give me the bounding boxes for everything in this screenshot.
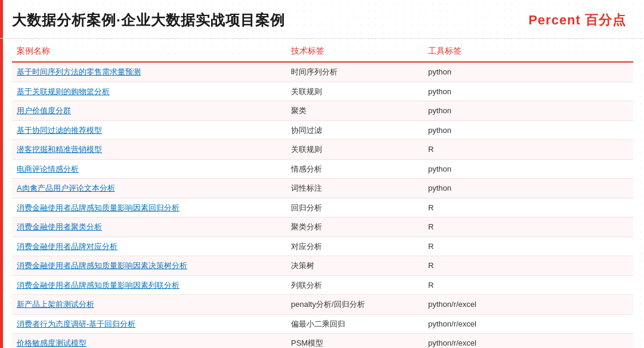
extra-cell	[543, 334, 633, 348]
extra-cell	[543, 82, 633, 101]
table-row: 消费金融使用者品牌对应分析对应分析R	[12, 237, 633, 257]
tech-tag-cell: PSM模型	[286, 334, 423, 348]
tech-tag-cell: 词性标注	[286, 179, 423, 198]
tech-tag-cell: 情感分析	[286, 160, 423, 179]
table-row: 潜客挖掘和精准营销模型关联规则R	[12, 140, 633, 160]
table-row: 消费金融使用者品牌感知质量影响因素列联分析列联分析R	[12, 276, 633, 296]
table-row: A肉禽产品用户评论文本分析词性标注python	[12, 179, 633, 198]
tech-tag-cell: 对应分析	[286, 237, 423, 256]
case-name-cell[interactable]: 潜客挖掘和精准营销模型	[12, 140, 286, 159]
table-row: 价格敏感度测试模型PSM模型python/r/excel	[12, 334, 633, 348]
tech-tag-cell: 列联分析	[286, 276, 423, 295]
page-header: 大数据分析案例·企业大数据实战项目案例 Percent 百分点	[0, 0, 644, 39]
extra-cell	[543, 63, 633, 82]
table-row: 基于协同过滤的推荐模型协同过滤python	[12, 121, 633, 141]
extra-cell	[543, 198, 633, 218]
tool-tag-cell: R	[423, 140, 543, 159]
tech-tag-cell: 关联规则	[286, 140, 423, 159]
table-header: 案例名称 技术标签 工具标签	[12, 39, 633, 63]
tool-tag-cell: python	[423, 82, 543, 101]
table-row: 基于关联规则的购物篮分析关联规则python	[12, 82, 633, 102]
tech-tag-cell: 关联规则	[286, 82, 423, 101]
tech-tag-cell: 协同过滤	[286, 121, 423, 140]
case-name-cell[interactable]: 消费金融使用者品牌感知质量影响因素回归分析	[12, 198, 286, 218]
main-table: 案例名称 技术标签 工具标签 基于时间序列方法的零售需求量预测时间序列分析pyt…	[0, 39, 644, 348]
tech-tag-cell: 偏最小二乘回归	[286, 315, 423, 334]
tool-tag-cell: python/r/excel	[423, 295, 543, 314]
table-row: 消费金融使用者品牌感知质量影响因素回归分析回归分析R	[12, 198, 633, 218]
case-name-cell[interactable]: 基于协同过滤的推荐模型	[12, 121, 286, 140]
extra-cell	[543, 256, 633, 275]
tool-tag-cell: python/r/excel	[423, 334, 543, 348]
tool-tag-cell: python	[423, 179, 543, 198]
case-name-cell[interactable]: 基于关联规则的购物篮分析	[12, 82, 286, 101]
case-name-cell[interactable]: 消费者行为态度调研-基于回归分析	[12, 315, 286, 334]
case-name-cell[interactable]: 价格敏感度测试模型	[12, 334, 286, 348]
case-name-cell[interactable]: A肉禽产品用户评论文本分析	[12, 179, 286, 198]
col-header-tech: 技术标签	[286, 44, 423, 59]
tech-tag-cell: penalty分析/回归分析	[286, 295, 423, 314]
extra-cell	[543, 140, 633, 159]
tool-tag-cell: R	[423, 218, 543, 237]
case-name-cell[interactable]: 基于时间序列方法的零售需求量预测	[12, 63, 286, 82]
table-row: 新产品上架前测试分析penalty分析/回归分析python/r/excel	[12, 295, 633, 315]
tool-tag-cell: python	[423, 121, 543, 140]
extra-cell	[543, 276, 633, 295]
table-row: 基于时间序列方法的零售需求量预测时间序列分析python	[12, 63, 633, 82]
case-name-cell[interactable]: 用户价值度分群	[12, 101, 286, 120]
logo: Percent 百分点	[528, 11, 626, 29]
case-name-cell[interactable]: 消费金融使用者品牌对应分析	[12, 237, 286, 256]
table-row: 消费者行为态度调研-基于回归分析偏最小二乘回归python/r/excel	[12, 315, 633, 334]
table-body: 基于时间序列方法的零售需求量预测时间序列分析python基于关联规则的购物篮分析…	[12, 63, 633, 348]
tool-tag-cell: python	[423, 63, 543, 82]
tool-tag-cell: R	[423, 256, 543, 275]
case-name-cell[interactable]: 消费金融使用者品牌感知质量影响因素决策树分析	[12, 256, 286, 275]
case-name-cell[interactable]: 新产品上架前测试分析	[12, 295, 286, 314]
tool-tag-cell: R	[423, 198, 543, 218]
col-header-extra	[543, 44, 633, 59]
extra-cell	[543, 295, 633, 314]
extra-cell	[543, 218, 633, 237]
extra-cell	[543, 160, 633, 179]
case-name-cell[interactable]: 消费金融使用者品牌感知质量影响因素列联分析	[12, 276, 286, 295]
case-name-cell[interactable]: 消费金融使用者聚类分析	[12, 218, 286, 237]
tool-tag-cell: python	[423, 160, 543, 179]
tool-tag-cell: R	[423, 237, 543, 256]
table-row: 电商评论情感分析情感分析python	[12, 160, 633, 179]
extra-cell	[543, 101, 633, 120]
tool-tag-cell: python	[423, 101, 543, 120]
tech-tag-cell: 时间序列分析	[286, 63, 423, 82]
extra-cell	[543, 179, 633, 198]
col-header-tool: 工具标签	[423, 44, 543, 59]
table-row: 用户价值度分群聚类python	[12, 101, 633, 121]
extra-cell	[543, 121, 633, 140]
tool-tag-cell: R	[423, 276, 543, 295]
table-row: 消费金融使用者聚类分析聚类分析R	[12, 218, 633, 237]
tech-tag-cell: 决策树	[286, 256, 423, 275]
table-row: 消费金融使用者品牌感知质量影响因素决策树分析决策树R	[12, 256, 633, 276]
extra-cell	[543, 315, 633, 334]
tech-tag-cell: 回归分析	[286, 198, 423, 218]
tech-tag-cell: 聚类分析	[286, 218, 423, 237]
col-header-name: 案例名称	[12, 44, 286, 59]
page-title: 大数据分析案例·企业大数据实战项目案例	[12, 11, 285, 30]
case-name-cell[interactable]: 电商评论情感分析	[12, 160, 286, 179]
extra-cell	[543, 237, 633, 256]
tech-tag-cell: 聚类	[286, 101, 423, 120]
tool-tag-cell: python/r/excel	[423, 315, 543, 334]
